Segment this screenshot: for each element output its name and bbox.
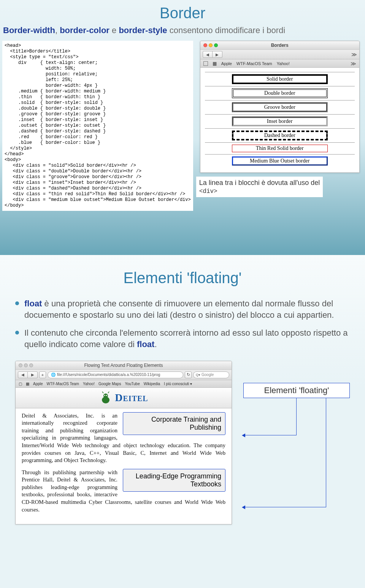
divider — [205, 86, 355, 86]
titlebar: Flowing Text Around Floating Elements — [16, 361, 232, 370]
divider — [205, 128, 355, 129]
divider — [205, 100, 355, 100]
slide1-content: <head> <title>Borders</title> <style typ… — [0, 41, 365, 211]
overflow-icon[interactable]: ≫ — [351, 61, 356, 67]
bookmark-link[interactable]: I più conosciuti ▾ — [164, 382, 192, 386]
callout-arrow — [296, 398, 297, 435]
svg-point-1 — [103, 394, 108, 398]
bookmark-link[interactable]: Yahoo! — [83, 382, 95, 386]
kw-border-color: border-color — [60, 25, 110, 35]
demo-dashed: Dashed border — [232, 131, 328, 140]
bookmark-link[interactable]: YouTube — [125, 382, 140, 386]
page-body: Solid border Double border Groove border… — [200, 68, 359, 172]
divider — [205, 142, 355, 143]
kw-float: float — [137, 339, 154, 349]
grid-icon[interactable] — [213, 61, 217, 66]
grid-icon[interactable]: ▦ — [26, 382, 29, 386]
forward-button[interactable]: ▶ — [213, 51, 222, 58]
bullet-icon — [15, 331, 19, 335]
forward-button[interactable]: ▶ — [28, 371, 38, 378]
nav-buttons: ◀ ▶ — [203, 51, 222, 58]
bullets: float è una proprietà che consente di ri… — [0, 290, 365, 361]
float-box-2: Leading-Edge Programming Textbooks — [123, 469, 225, 492]
bookmark-link[interactable]: Apple — [221, 61, 232, 66]
svg-line-4 — [102, 392, 103, 393]
url-toolbar: ◀ ▶ + file:///Users/nicole/Documents/did… — [16, 370, 232, 380]
overflow-icon[interactable]: ≫ — [351, 51, 357, 57]
kw-border-style: border-style — [119, 25, 167, 35]
svg-point-3 — [106, 395, 107, 396]
bookmark-link[interactable]: WTF-MacOS Team — [47, 382, 79, 386]
callout-floating-elements: Elementi 'floating' — [243, 383, 350, 398]
screenshot-area: Flowing Text Around Floating Elements ◀ … — [0, 361, 365, 524]
demo-double: Double border — [232, 88, 328, 98]
demo-solid: Solid border — [232, 74, 328, 84]
window-title: Borders — [200, 43, 359, 48]
deitel-bug-icon — [99, 391, 113, 405]
page-body: Deitel Corporate Training and Publishing… — [16, 388, 232, 524]
slide2-title: Elementi 'floating' — [0, 269, 365, 287]
search-field[interactable]: Google — [193, 371, 229, 378]
bookmarks-bar: ▢ ▦ Apple WTF-MacOS Team Yahoo! Google M… — [16, 380, 232, 388]
nav-buttons: ◀ ▶ — [18, 371, 38, 378]
bookmark-link[interactable]: Apple — [33, 382, 43, 386]
bullet-item: Il contenuto che circonda l'elemento sco… — [15, 327, 350, 350]
divider — [205, 154, 355, 155]
demo-medium-blue: Medium Blue Outset border — [232, 156, 328, 166]
bookmark-link[interactable]: Yahoo! — [277, 61, 290, 66]
titlebar: Borders — [200, 41, 359, 49]
slide-floating: Elementi 'floating' float è una propriet… — [0, 255, 365, 588]
code-listing: <head> <title>Borders</title> <style typ… — [2, 41, 193, 211]
slide1-subtitle: Border-width, border-color e border-styl… — [0, 25, 365, 41]
bookmark-link[interactable]: Google Maps — [98, 382, 121, 386]
back-button[interactable]: ◀ — [203, 51, 213, 58]
callout-arrow — [326, 398, 326, 507]
demo-thin-red: Thin Red Solid border — [232, 145, 328, 152]
bullet-item: float è una proprietà che consente di ri… — [15, 298, 350, 320]
divider — [205, 114, 355, 115]
demo-groove: Groove border — [232, 102, 328, 112]
slide1-right: Borders ◀ ▶ ≫ Apple WTF-MacOS Team Yahoo… — [196, 41, 363, 211]
toolbar: ◀ ▶ ≫ — [200, 49, 359, 59]
book-icon[interactable] — [203, 61, 208, 66]
divider — [205, 72, 355, 72]
brand-name: Deitel — [115, 392, 148, 404]
slide1-title: Border — [0, 5, 365, 22]
browser-window-borders: Borders ◀ ▶ ≫ Apple WTF-MacOS Team Yahoo… — [200, 41, 360, 173]
bullet-icon — [15, 301, 19, 305]
reload-button[interactable]: ↻ — [185, 371, 192, 378]
slide1-note: La linea tra i blocchi è dovuta all'uso … — [196, 177, 323, 197]
url-field[interactable]: file:///Users/nicole/Documents/didattica… — [48, 371, 183, 378]
article: Corporate Training and Publishing Deitel… — [16, 408, 232, 524]
svg-line-5 — [108, 392, 109, 393]
bookmark-link[interactable]: Wikipedia — [144, 382, 160, 386]
bookmarks-bar: Apple WTF-MacOS Team Yahoo! ≫ — [200, 59, 359, 68]
bookmark-link[interactable]: WTF-MacOS Team — [236, 61, 272, 66]
book-icon[interactable]: ▢ — [19, 382, 22, 386]
svg-point-2 — [104, 395, 105, 396]
float-box-1: Corporate Training and Publishing — [123, 412, 225, 435]
add-bookmark-button[interactable]: + — [39, 371, 46, 378]
back-button[interactable]: ◀ — [18, 371, 28, 378]
page-header: Deitel — [16, 388, 232, 408]
window-title: Flowing Text Around Floating Elements — [16, 363, 232, 368]
kw-border-width: Border-width — [3, 25, 55, 35]
browser-window-floating: Flowing Text Around Floating Elements ◀ … — [15, 361, 232, 524]
kw-float: float — [24, 299, 42, 308]
slide-border: Border Border-width, border-color e bord… — [0, 0, 365, 255]
demo-inset: Inset border — [232, 116, 328, 126]
